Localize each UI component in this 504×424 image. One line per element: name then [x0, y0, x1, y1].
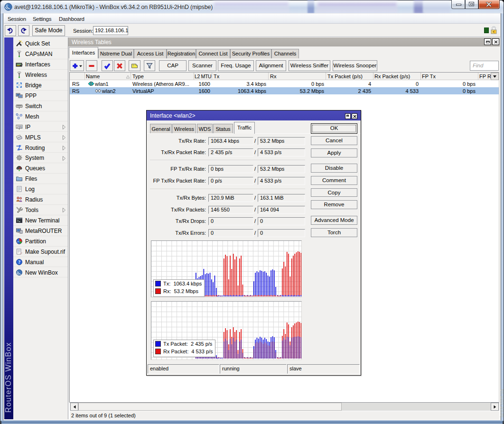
svg-text:255: 255 [17, 125, 22, 128]
svg-text:?: ? [18, 260, 20, 265]
